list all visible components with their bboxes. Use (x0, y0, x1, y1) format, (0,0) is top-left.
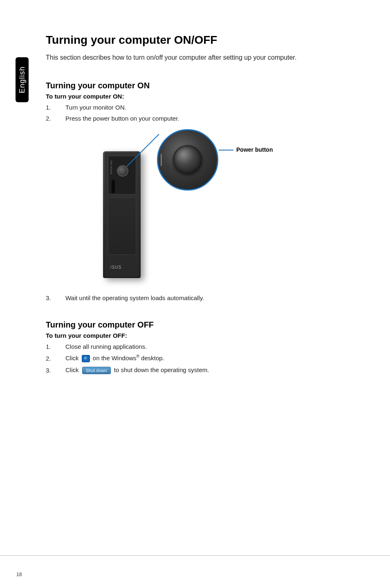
step-number: 3. (46, 294, 65, 301)
tower-logo: /SUS (110, 265, 121, 269)
step-text: Wait until the operating system loads au… (65, 294, 356, 301)
tower-mid-panel (108, 197, 136, 255)
on-step3-list: 3. Wait until the operating system loads… (46, 294, 356, 301)
power-button-zoom-icon (173, 145, 202, 175)
optical-label: OPTICAL DISK (110, 160, 112, 174)
step-text: Press the power button on your computer. (65, 115, 356, 122)
on-steps-list: 1. Turn your monitor ON. 2. Press the po… (46, 104, 356, 122)
step-text-pre: Click (65, 366, 81, 373)
list-item: 1. Turn your monitor ON. (46, 104, 356, 111)
registered-mark: ® (137, 354, 139, 359)
step-text: Turn your monitor ON. (65, 104, 356, 111)
list-item: 3. Wait until the operating system loads… (46, 294, 356, 301)
step-number: 2. (46, 115, 65, 122)
power-button-figure: OPTICAL DISK /SUS Power button (46, 128, 356, 284)
language-label: English (18, 66, 27, 93)
step-number: 1. (46, 104, 65, 111)
label-line (219, 150, 233, 150)
intro-text: This section describes how to turn on/of… (46, 54, 356, 61)
off-heading: Turning your computer OFF (46, 320, 356, 330)
footer: 18 (0, 555, 390, 568)
step-text-pre: Click (65, 355, 81, 361)
page-title: Turning your computer ON/OFF (46, 34, 356, 47)
step-text: Click on the Windows® desktop. (65, 354, 356, 362)
step-text-post: on the Windows (93, 355, 137, 361)
list-item: 2. Press the power button on your comput… (46, 115, 356, 122)
list-item: 3. Click Shut down to shut down the oper… (46, 366, 356, 374)
on-instruction: To turn your computer ON: (46, 93, 356, 100)
off-section: Turning your computer OFF To turn your c… (46, 320, 356, 374)
power-button-label: Power button (236, 146, 273, 153)
page-content: Turning your computer ON/OFF This sectio… (46, 34, 356, 379)
off-steps-list: 1. Close all running applications. 2. Cl… (46, 343, 356, 374)
on-heading: Turning your computer ON (46, 81, 356, 90)
step-text-post: to shut down the operating system. (114, 366, 209, 373)
step-number: 1. (46, 343, 65, 350)
tower-front: OPTICAL DISK /SUS (105, 153, 139, 277)
page-number: 18 (16, 572, 22, 577)
list-item: 1. Close all running applications. (46, 343, 356, 350)
indicator-icon (161, 154, 162, 166)
step-text: Close all running applications. (65, 343, 356, 350)
shutdown-button-icon: Shut down (82, 367, 111, 374)
svg-line-0 (127, 134, 159, 166)
computer-tower: OPTICAL DISK /SUS (103, 151, 141, 278)
language-tab: English (16, 57, 29, 102)
step-number: 3. (46, 367, 65, 374)
step-number: 2. (46, 355, 65, 362)
slot-icon (112, 180, 115, 193)
off-instruction: To turn your computer OFF: (46, 332, 356, 339)
leader-line (126, 132, 161, 168)
step-text-end: desktop. (139, 355, 164, 361)
step-text: Click Shut down to shut down the operati… (65, 366, 356, 374)
zoom-circle (157, 129, 218, 191)
list-item: 2. Click on the Windows® desktop. (46, 354, 356, 362)
start-menu-icon (82, 355, 90, 362)
